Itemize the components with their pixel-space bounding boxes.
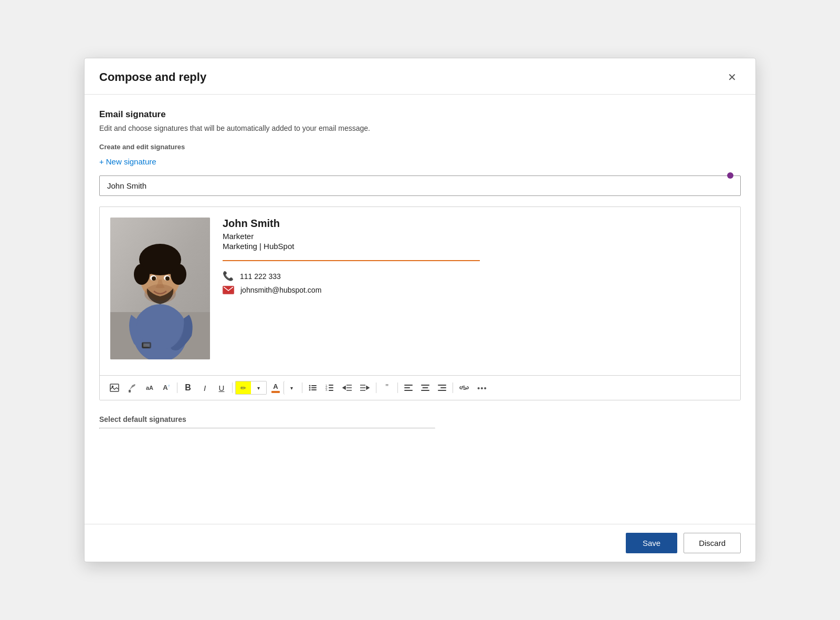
separator-6 [453,383,453,393]
signature-toolbar: aA A↑ B I [100,375,740,400]
format-painter-button[interactable] [124,380,141,396]
bullets-button[interactable] [305,380,321,396]
svg-rect-34 [404,385,413,386]
highlight-pencil-icon: ✏ [240,384,246,392]
svg-rect-36 [404,390,413,391]
new-signature-label: New signature [106,157,156,166]
email-signature-section: Email signature Edit and choose signatur… [99,109,741,429]
email-icon [223,286,234,294]
italic-button[interactable]: I [197,380,213,396]
default-signatures-title: Select default signatures [99,415,741,423]
svg-rect-41 [440,387,446,388]
align-left-button[interactable] [401,380,416,396]
italic-label: I [204,384,206,392]
new-signature-button[interactable]: + New signature [99,156,156,167]
font-color-button[interactable]: A [268,381,284,395]
separator-5 [397,383,398,393]
quote-icon: " [385,383,388,392]
highlight-group: ✏ ▾ [235,381,267,395]
highlight-dropdown-arrow: ▾ [257,385,260,391]
more-options-icon: ••• [477,384,487,392]
svg-point-24 [309,389,311,391]
underline-button[interactable]: U [214,380,229,396]
bold-button[interactable]: B [180,380,196,396]
svg-point-23 [309,387,311,389]
svg-rect-39 [421,390,429,391]
discard-button[interactable]: Discard [684,533,741,553]
sig-person-title: Marketer [223,232,730,241]
bold-label: B [185,383,191,392]
signature-editor[interactable]: John Smith Marketer Marketing | HubSpot … [99,206,741,400]
sig-contact-info: 📞 111 222 333 johnsmith@hubspot.com [223,271,730,294]
compose-reply-dialog: Compose and reply ✕ Email signature Edit… [84,58,756,562]
svg-rect-26 [311,387,317,388]
sig-orange-divider [223,260,480,261]
svg-point-17 [136,306,184,350]
sig-phone-number: 111 222 333 [240,272,281,281]
default-signatures-section: Select default signatures [99,415,741,429]
font-size-label: aA [146,385,153,391]
svg-point-13 [165,276,170,281]
section-title: Email signature [99,109,741,120]
numbered-list-button[interactable]: 1.2.3. [322,380,338,396]
insert-link-button[interactable] [456,380,472,396]
svg-rect-37 [421,385,429,386]
insert-image-button[interactable] [106,380,123,396]
signature-text-block: John Smith Marketer Marketing | HubSpot … [223,218,730,369]
font-size2-label: A↑ [163,384,170,391]
svg-rect-38 [423,387,428,388]
underline-label: U [219,384,225,392]
svg-rect-32 [329,387,333,388]
separator-3 [302,383,302,393]
font-color-group: A ▾ [268,381,299,395]
highlight-dropdown-button[interactable]: ▾ [251,381,267,395]
svg-rect-35 [404,387,410,388]
signature-photo [110,218,210,359]
separator-1 [177,383,177,393]
separator-2 [232,383,233,393]
svg-rect-27 [311,389,317,390]
indent-button[interactable] [356,380,373,396]
sig-person-name: John Smith [223,218,730,230]
sig-email-address: johnsmith@hubspot.com [240,286,321,294]
quote-button[interactable]: " [379,380,395,396]
default-sig-divider [99,428,435,429]
align-right-button[interactable] [434,380,450,396]
phone-icon: 📞 [223,271,234,282]
separator-4 [376,383,376,393]
dialog-title: Compose and reply [99,70,206,84]
sig-phone-row: 📞 111 222 333 [223,271,730,282]
svg-rect-31 [329,385,333,386]
dialog-footer: Save Discard [85,524,755,562]
font-color-bar [271,391,280,393]
font-size-button[interactable]: aA [142,380,158,396]
svg-point-22 [309,385,311,387]
svg-rect-40 [438,385,446,386]
font-size2-button[interactable]: A↑ [159,380,174,396]
svg-point-9 [140,249,180,272]
svg-rect-33 [329,390,333,391]
font-color-dropdown-arrow: ▾ [290,385,293,391]
save-button[interactable]: Save [626,533,677,553]
outdent-button[interactable] [339,380,355,396]
plus-icon: + [99,157,104,166]
svg-text:3.: 3. [326,388,328,391]
signature-name-container [99,175,741,196]
font-color-letter: A [273,383,278,390]
align-center-button[interactable] [417,380,433,396]
sig-email-row: johnsmith@hubspot.com [223,286,730,294]
section-desc: Edit and choose signatures that will be … [99,124,741,132]
signature-name-input[interactable] [99,175,741,196]
close-button[interactable]: ✕ [723,69,741,86]
font-color-dropdown-button[interactable]: ▾ [284,381,299,395]
svg-rect-42 [438,390,446,391]
highlight-button[interactable]: ✏ [235,381,251,395]
signature-content-area: John Smith Marketer Marketing | HubSpot … [100,207,740,375]
dialog-body: Email signature Edit and choose signatur… [85,95,755,524]
more-options-button[interactable]: ••• [474,380,491,396]
svg-point-12 [152,276,156,281]
create-edit-label: Create and edit signatures [99,143,741,151]
dialog-header: Compose and reply ✕ [85,58,755,95]
sig-person-company: Marketing | HubSpot [223,242,730,251]
svg-rect-25 [311,385,317,386]
